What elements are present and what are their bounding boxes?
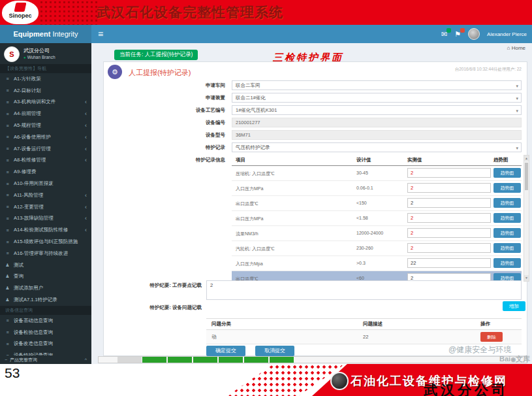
app-root: Sinopec 武汉石化设备完整性管理系统 Equipment Integrit… [0, 0, 532, 396]
dropdown-arrow-icon: ▾ [516, 82, 518, 90]
sidebar-item[interactable]: ≡A6-设备使用维护‹ [0, 131, 91, 143]
sidebar-company: 武汉分公司 [23, 48, 55, 54]
chevron-left-icon: ‹ [85, 99, 87, 105]
scroll-up-icon[interactable]: ▲ [524, 156, 529, 161]
chevron-left-icon: ‹ [85, 192, 87, 199]
breadcrumb[interactable]: ⌂ Home [507, 45, 525, 51]
sidebar-item[interactable]: ≡A2-目标计划 [0, 85, 91, 97]
delete-button[interactable]: 删除 [480, 332, 503, 342]
sidebar-item[interactable]: ≡A11-风险管理‹ [0, 190, 91, 201]
measured-value-input[interactable] [407, 228, 491, 238]
problem-table-header: 问题分类 问题描述 操作 [206, 318, 522, 330]
trend-button[interactable]: 趋势图 [493, 183, 521, 193]
problem-row[interactable]: 动 22 删除 [206, 330, 522, 344]
avatar[interactable] [468, 28, 480, 40]
sidebar-item[interactable]: ♟查询 [0, 271, 91, 283]
scroll-down-icon[interactable]: ▼ [524, 275, 529, 281]
sidebar-item[interactable]: ≡设备基础信息查询 [0, 315, 91, 327]
notes-textarea[interactable]: 2 [206, 280, 522, 300]
record-row[interactable]: 出口温度℃ <150 趋势图 [232, 196, 522, 211]
menu-icon: ≡ [5, 228, 10, 233]
measured-value-input[interactable] [407, 243, 491, 253]
process-no-select[interactable]: 1#催化气压机K301▾ [232, 105, 522, 115]
trend-button[interactable]: 趋势图 [493, 228, 521, 238]
trend-button[interactable]: 趋势图 [493, 198, 521, 208]
record-row[interactable]: 流量NM3/h 12000-24000 趋势图 [232, 226, 522, 241]
trend-button[interactable]: 趋势图 [493, 213, 521, 223]
workshop-select[interactable]: 联合二车间▾ [232, 80, 522, 90]
banner-halftone-pattern [39, 0, 99, 25]
record-row[interactable]: 入口压力Mpa >0.3 趋势图 [232, 256, 522, 271]
progress-segment [142, 357, 166, 363]
submit-button[interactable]: 确定提交 [206, 346, 245, 356]
progress-bar [98, 356, 527, 363]
sidebar-item[interactable]: ≡A15-绩效评估与纠正预防措施 [0, 236, 91, 248]
field-label: 申请装置 [104, 93, 225, 103]
panel-title: 人工提报(特护记录) [129, 68, 191, 78]
menu-icon: ≡ [5, 124, 10, 128]
chevron-left-icon: ‹ [85, 204, 87, 210]
progress-segment [168, 357, 192, 363]
record-row[interactable]: 压缩机: 入口温度℃ 30-45 趋势图 [232, 166, 522, 181]
record-row[interactable]: 汽轮机: 入口温度℃ 230-260 趋势图 [232, 241, 522, 256]
sidebar-item[interactable]: ♟测试A7.1.1特护记录 [0, 294, 91, 306]
scroll-thumb[interactable] [525, 163, 528, 190]
measured-value-input[interactable] [407, 183, 491, 193]
sidebar-item[interactable]: ≡A4-前期管理‹ [0, 108, 91, 120]
sidebar-item[interactable]: ≡A1-方针政策 [0, 73, 91, 85]
notifications-icon[interactable]: ⚑ [454, 31, 461, 38]
trend-button[interactable]: 趋势图 [493, 168, 521, 178]
sinopec-logo-text: Sinopec [2, 12, 39, 20]
sidebar-item-bottom[interactable]: − 产品完整查询 ^ [0, 355, 91, 364]
field-label: 设备工艺编号 [104, 105, 225, 115]
chevron-left-icon: ‹ [85, 227, 87, 233]
sidebar-item[interactable]: ≡设备检验信息查询 [0, 327, 91, 338]
problem-notes-label: 特护纪要: 设备问题记载 [104, 305, 202, 311]
add-button[interactable]: 增加 [503, 301, 525, 311]
measured-value-input[interactable] [407, 198, 491, 208]
sidebar-item[interactable]: ≡A14-检验测试预防性维修‹ [0, 224, 91, 236]
menu-icon: ≡ [5, 182, 10, 186]
unit-select[interactable]: 联合二1#催化▾ [232, 93, 522, 103]
chevron-left-icon: ‹ [85, 215, 87, 222]
record-type-select[interactable]: 气压机特护记录▾ [232, 142, 522, 152]
sidebar-item[interactable]: ≡设备改造信息查询 [0, 338, 91, 350]
sidebar-item[interactable]: ≡A16-管理评审与持续改进 [0, 248, 91, 259]
messages-icon[interactable]: ✉ [441, 31, 447, 38]
cancel-button[interactable]: 取消提交 [255, 346, 294, 356]
app-banner: Sinopec 武汉石化设备完整性管理系统 [0, 0, 532, 25]
record-row[interactable]: 出口压力MPa <1.58 趋势图 [232, 211, 522, 226]
messages-badge [446, 28, 451, 33]
menu-icon: ≡ [5, 205, 10, 209]
measured-value-input[interactable] [407, 213, 491, 223]
brand-logo[interactable]: Equipment Integrity [0, 25, 91, 43]
trend-button[interactable]: 趋势图 [493, 243, 521, 253]
table-scrollbar[interactable]: ▲ ▼ [524, 155, 529, 282]
sidebar-item[interactable]: ≡A13-故障缺陷管理‹ [0, 213, 91, 225]
topbar: Equipment Integrity ≡ ✉ ⚑ Alexander Pier… [0, 25, 532, 43]
sidebar-toggle-icon[interactable]: ≡ [92, 25, 109, 43]
measured-value-input[interactable] [407, 258, 491, 268]
sidebar-item[interactable]: ♟测试添加用户 [0, 282, 91, 294]
chevron-left-icon: ‹ [85, 157, 87, 163]
record-row[interactable]: 入口压力MPa 0.06-0.1 趋势图 [232, 181, 522, 196]
measured-value-input[interactable] [407, 168, 491, 178]
field-label: 设备编号 [104, 118, 225, 127]
menu-icon: ≡ [5, 342, 10, 346]
sidebar-item[interactable]: ≡A9-修理费 [0, 166, 91, 178]
sidebar-item[interactable]: ≡A3-机构培训和文件‹ [0, 97, 91, 108]
sidebar-item[interactable]: ≡A10-停用闲置报废 [0, 178, 91, 190]
sidebar-item[interactable]: ≡A12-变更管理‹ [0, 201, 91, 213]
record-table: 项目 设计值 实测值 趋势图 压缩机: 入口温度℃ 30-45 趋势图 入口压力… [232, 155, 522, 286]
field-label: 设备型号 [104, 130, 225, 140]
sidebar-item[interactable]: ≡A5-规程管理‹ [0, 120, 91, 131]
sidebar-item[interactable]: ≡A8-检维修管理‹ [0, 155, 91, 167]
sidebar-item[interactable]: ≡A7-设备运行管理‹ [0, 143, 91, 155]
current-task-badge: 当前任务: 人工提报(特护记录) [114, 50, 198, 60]
user-name[interactable]: Alexander Pierce [487, 31, 527, 37]
trend-button[interactable]: 趋势图 [493, 258, 521, 268]
record-table-label: 特护记录信息 [104, 157, 225, 163]
problem-table: 问题分类 问题描述 操作 动 22 删除 [206, 318, 522, 344]
system-title: 武汉石化设备完整性管理系统 [97, 3, 283, 22]
sidebar-item[interactable]: ♟测试 [0, 259, 91, 271]
